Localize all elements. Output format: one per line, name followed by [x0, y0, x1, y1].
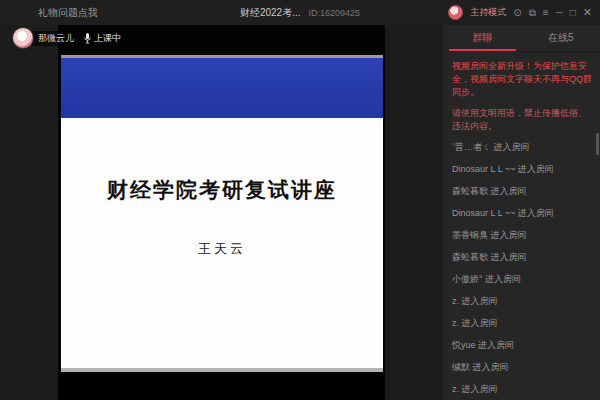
microphone-icon — [84, 33, 91, 44]
slide-letterbox-bar — [61, 372, 383, 400]
tab-group-chat[interactable]: 群聊 — [443, 25, 522, 51]
chat-message: 小傲娇° 进入房间 — [452, 273, 594, 286]
chat-message: z. 进入房间 — [452, 383, 594, 396]
host-badge[interactable]: 那微云儿 — [12, 28, 82, 48]
room-title: 财经2022考... — [240, 6, 301, 20]
gift-help-link[interactable]: 礼物问题点我 — [38, 0, 98, 25]
slide-speaker-name: 王天云 — [61, 240, 383, 258]
chat-message: 墨香铜臭 进入房间 — [452, 229, 594, 242]
host-avatar-small[interactable] — [448, 5, 463, 20]
system-announcement: 视频房间全新升级！为保护信息安全，视频房间文字聊天不再与QQ群同步。 — [452, 60, 594, 99]
chat-message: 缄默 进入房间 — [452, 361, 594, 374]
chat-message: z. 进入房间 — [452, 317, 594, 330]
maximize-button[interactable]: □ — [570, 0, 576, 25]
chat-message: 悦yue 进入房间 — [452, 339, 594, 352]
slide-blue-banner — [61, 58, 383, 118]
host-mode-label[interactable]: 主持模式 — [470, 6, 506, 19]
popout-icon[interactable]: ⧉ — [529, 0, 536, 25]
enter-room-messages: `昔…者ㄑ 进入房间 Dinosaur L L ~~ 进入房间 森蚣暮歌 进入房… — [452, 141, 594, 396]
video-stage: 财经学院考研复试讲座 王天云 那微云儿 上课中 — [0, 25, 443, 400]
class-status-label: 上课中 — [94, 32, 121, 45]
presentation-slide-area: 财经学院考研复试讲座 王天云 — [61, 25, 383, 400]
chat-message: 森蚣暮歌 进入房间 — [452, 185, 594, 198]
host-name: 那微云儿 — [26, 31, 82, 46]
chat-message: 森蚣暮歌 进入房间 — [452, 251, 594, 264]
minimize-button[interactable]: ─ — [556, 0, 563, 25]
chat-message: `昔…者ㄑ 进入房间 — [452, 141, 594, 154]
system-notice: 请使用文明用语，禁止传播低俗、违法内容。 — [452, 107, 594, 133]
host-avatar[interactable] — [12, 27, 34, 49]
chat-message: Dinosaur L L ~~ 进入房间 — [452, 207, 594, 220]
slide-title: 财经学院考研复试讲座 — [61, 176, 383, 204]
chat-message-list[interactable]: 视频房间全新升级！为保护信息安全，视频房间文字聊天不再与QQ群同步。 请使用文明… — [443, 52, 600, 400]
title-bar: 礼物问题点我 财经2022考... ID:16209425 主持模式 ⊙ ⧉ ≡… — [0, 0, 600, 25]
close-button[interactable]: ✕ — [583, 0, 592, 25]
app-window: 礼物问题点我 财经2022考... ID:16209425 主持模式 ⊙ ⧉ ≡… — [0, 0, 600, 400]
slide-body: 财经学院考研复试讲座 王天云 — [61, 118, 383, 368]
chat-message: Dinosaur L L ~~ 进入房间 — [452, 163, 594, 176]
chat-message: z. 进入房间 — [452, 295, 594, 308]
settings-icon[interactable]: ⊙ — [513, 0, 521, 25]
titlebar-controls: 主持模式 ⊙ ⧉ ≡ ─ □ ✕ — [448, 0, 592, 25]
menu-icon[interactable]: ≡ — [543, 0, 549, 25]
screen-share-frame: 财经学院考研复试讲座 王天云 — [58, 25, 385, 400]
room-id: ID:16209425 — [309, 8, 361, 18]
tab-online-users[interactable]: 在线5 — [522, 25, 600, 51]
chat-scrollbar-thumb[interactable] — [596, 133, 599, 155]
class-status: 上课中 — [84, 30, 121, 46]
room-title-group: 财经2022考... ID:16209425 — [240, 0, 360, 25]
sidebar-tabs: 群聊 在线5 — [443, 25, 600, 52]
chat-sidebar: 群聊 在线5 视频房间全新升级！为保护信息安全，视频房间文字聊天不再与QQ群同步… — [443, 25, 600, 400]
